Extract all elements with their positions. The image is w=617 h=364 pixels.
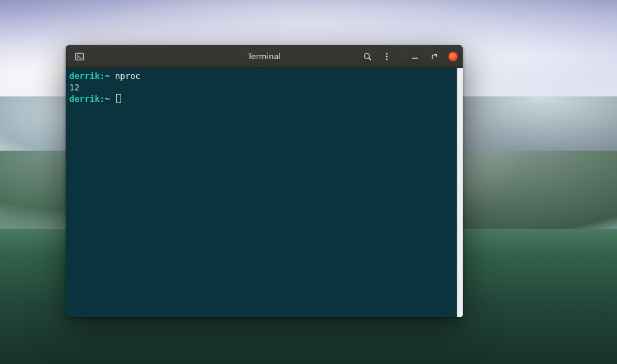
terminal-icon xyxy=(74,51,85,62)
svg-point-4 xyxy=(386,52,388,54)
maximize-icon[interactable] xyxy=(429,51,440,62)
scrollbar[interactable] xyxy=(457,68,463,317)
prompt: derrik: xyxy=(69,94,105,104)
terminal-window: Terminal xyxy=(66,45,463,317)
titlebar-separator xyxy=(401,51,401,62)
terminal-output[interactable]: derrik:~ nproc 12 derrik:~ xyxy=(66,68,457,317)
command-output: 12 xyxy=(69,83,80,92)
prompt: derrik: xyxy=(69,71,105,81)
kebab-menu-icon[interactable] xyxy=(381,51,392,62)
titlebar[interactable]: Terminal xyxy=(66,45,463,68)
svg-point-6 xyxy=(386,58,388,60)
svg-rect-0 xyxy=(76,53,84,60)
minimize-icon[interactable] xyxy=(410,51,421,62)
search-icon[interactable] xyxy=(362,51,373,62)
command: nproc xyxy=(115,71,140,81)
close-icon[interactable] xyxy=(448,52,458,61)
cursor xyxy=(116,94,121,103)
prompt-path: ~ xyxy=(105,71,110,81)
terminal-body: derrik:~ nproc 12 derrik:~ xyxy=(66,68,463,317)
svg-point-5 xyxy=(386,55,388,57)
prompt-path: ~ xyxy=(105,94,110,104)
svg-line-3 xyxy=(369,58,371,60)
